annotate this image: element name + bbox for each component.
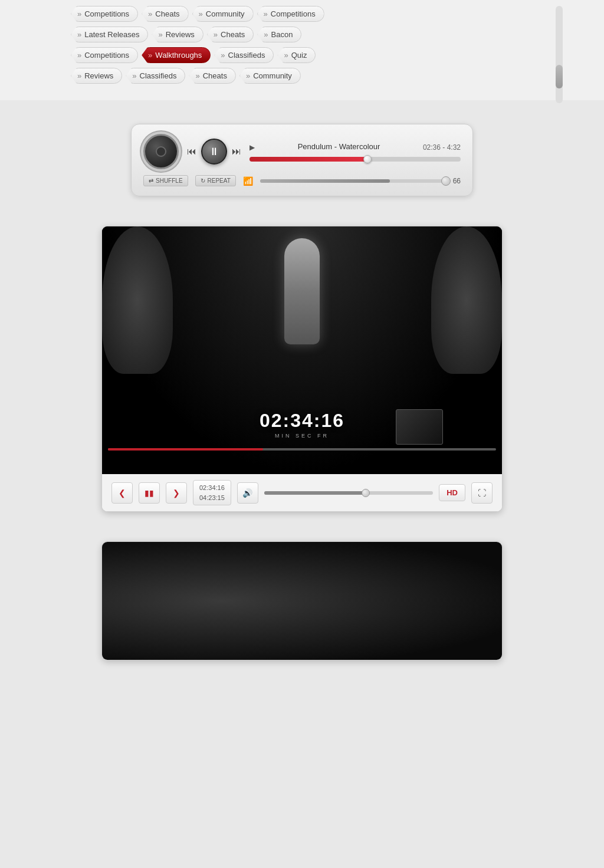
volume-number: 66 [453, 177, 461, 185]
volume-fill [260, 179, 390, 183]
hd-button[interactable]: HD [439, 484, 465, 501]
album-art [143, 134, 179, 169]
player-progress-bar[interactable] [250, 157, 461, 162]
next-button[interactable]: ⏭ [232, 146, 241, 157]
scrollbar-thumb[interactable] [556, 65, 563, 88]
nav-tag-cheats-1[interactable]: Cheats [142, 6, 188, 22]
player-progress-fill [250, 157, 367, 162]
video-background: 02:34:16 MIN SEC FR [102, 226, 502, 474]
nav-tag-competitions-3[interactable]: Competitions [71, 47, 138, 63]
video-center-object [284, 238, 320, 344]
scrollbar-track[interactable] [556, 6, 563, 103]
nav-tag-competitions-2[interactable]: Competitions [257, 6, 324, 22]
nav-tag-classifieds-2[interactable]: Classifieds [126, 68, 185, 84]
video-volume-slider[interactable] [264, 491, 433, 495]
nav-tag-competitions-1[interactable]: Competitions [71, 6, 138, 22]
fur-left-decoration [102, 226, 173, 374]
fullscreen-button[interactable]: ⛶ [471, 482, 493, 504]
volume-bar[interactable] [260, 179, 446, 183]
shuffle-button[interactable]: ⇄ SHUFFLE [143, 175, 188, 186]
video-volume-handle [362, 489, 370, 497]
player-time: 02:36 - 4:32 [423, 143, 461, 152]
player-progress-handle [363, 155, 372, 163]
video-time-display: 02:34:16 04:23:15 [193, 480, 231, 505]
video-controls-bar: ❮ ▮▮ ❯ 02:34:16 04:23:15 🔊 HD ⛶ [102, 474, 502, 511]
pause-button[interactable]: ⏸ [201, 139, 227, 165]
video-screen: 02:34:16 MIN SEC FR [102, 226, 502, 474]
timestamp-labels: MIN SEC FR [260, 433, 344, 439]
video-volume-fill [264, 491, 366, 495]
video-player: 02:34:16 MIN SEC FR ❮ ▮▮ ❯ 02:34:16 04:2… [101, 226, 503, 512]
fur-right-decoration [431, 226, 502, 374]
repeat-icon: ↻ [201, 177, 205, 184]
video-screen-2 [102, 542, 502, 660]
timestamp-main: 02:34:16 [260, 410, 344, 432]
nav-row-3: Competitions Walkthroughs Classifieds Qu… [71, 47, 533, 63]
nav-tag-walkthroughs[interactable]: Walkthroughs [142, 47, 211, 63]
nav-tag-latest-releases[interactable]: Latest Releases [71, 27, 148, 42]
nav-tag-reviews-1[interactable]: Reviews [152, 27, 203, 42]
video-current-time: 02:34:16 [199, 483, 225, 493]
video-next-button[interactable]: ❯ [166, 482, 187, 504]
nav-row-1: Competitions Cheats Community Competitio… [71, 6, 533, 22]
repeat-button[interactable]: ↻ REPEAT [195, 175, 236, 186]
nav-tag-cheats-2[interactable]: Cheats [207, 27, 254, 42]
video-timestamp-overlay: 02:34:16 MIN SEC FR [260, 410, 344, 439]
player-top: ⏮ ⏸ ⏭ ▶ Pendulum - Watercolour 02:36 - 4… [143, 134, 461, 169]
prev-button[interactable]: ⏮ [187, 146, 196, 157]
signal-icon: 📶 [243, 176, 253, 186]
nav-tag-reviews-2[interactable]: Reviews [71, 68, 122, 84]
video-prev-button[interactable]: ❮ [111, 482, 133, 504]
volume-icon-button[interactable]: 🔊 [237, 482, 258, 504]
nav-tag-community-2[interactable]: Community [239, 68, 301, 84]
video-progress-overlay[interactable] [108, 448, 496, 451]
nav-tag-classifieds-1[interactable]: Classifieds [214, 47, 274, 63]
video-progress-fill [108, 448, 263, 451]
player-bottom: ⇄ SHUFFLE ↻ REPEAT 📶 66 [143, 175, 461, 186]
video-total-time: 04:23:15 [199, 493, 225, 503]
video-player-2 [101, 541, 503, 660]
track-title: Pendulum - Watercolour [298, 142, 380, 151]
nav-tag-cheats-3[interactable]: Cheats [189, 68, 235, 84]
volume-handle [441, 176, 451, 186]
video-background-2 [102, 542, 502, 660]
video-pause-button[interactable]: ▮▮ [139, 482, 160, 504]
player-controls: ⏮ ⏸ ⏭ [187, 139, 241, 165]
player-info: ▶ Pendulum - Watercolour 02:36 - 4:32 [250, 142, 461, 162]
nav-tag-quiz[interactable]: Quiz [277, 47, 316, 63]
nav-tag-bacon[interactable]: Bacon [257, 27, 301, 42]
nav-row-2: Latest Releases Reviews Cheats Bacon [71, 27, 533, 42]
video-mini-preview [396, 409, 443, 445]
music-player: ⏮ ⏸ ⏭ ▶ Pendulum - Watercolour 02:36 - 4… [131, 124, 473, 196]
shuffle-icon: ⇄ [149, 177, 153, 184]
navigation-section: Competitions Cheats Community Competitio… [0, 0, 604, 100]
nav-tag-community-1[interactable]: Community [192, 6, 254, 22]
nav-row-4: Reviews Classifieds Cheats Community [71, 68, 533, 84]
